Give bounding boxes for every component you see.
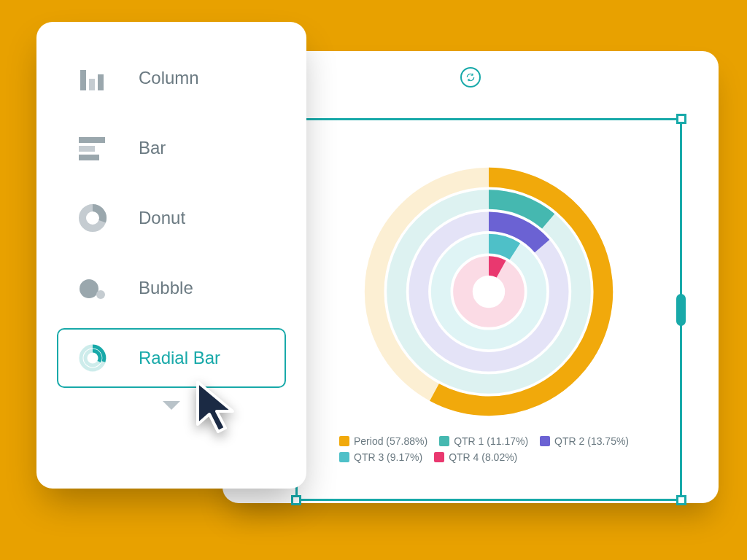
svg-rect-6 bbox=[80, 70, 86, 90]
chart-type-option-bar[interactable]: Bar bbox=[57, 118, 286, 178]
svg-point-5 bbox=[482, 284, 496, 298]
donut-chart-icon bbox=[76, 201, 109, 235]
legend-item[interactable]: QTR 1 (11.17%) bbox=[439, 435, 528, 447]
chart-type-label: Column bbox=[139, 68, 199, 88]
column-chart-icon bbox=[76, 61, 109, 95]
legend-label: QTR 1 (11.17%) bbox=[454, 435, 528, 447]
chart-type-label: Bubble bbox=[139, 278, 193, 298]
chart-type-label: Donut bbox=[139, 208, 185, 228]
legend-item[interactable]: QTR 4 (8.02%) bbox=[434, 451, 517, 463]
chart-selection-box[interactable]: Period (57.88%)QTR 1 (11.17%)QTR 2 (13.7… bbox=[295, 118, 682, 501]
legend-label: QTR 4 (8.02%) bbox=[449, 451, 517, 463]
legend-item[interactable]: QTR 2 (13.75%) bbox=[540, 435, 629, 447]
bar-chart-icon bbox=[76, 131, 109, 165]
svg-point-13 bbox=[80, 279, 98, 298]
legend-label: QTR 2 (13.75%) bbox=[554, 435, 629, 447]
chart-legend: Period (57.88%)QTR 1 (11.17%)QTR 2 (13.7… bbox=[339, 435, 638, 463]
svg-point-14 bbox=[96, 290, 105, 299]
legend-swatch bbox=[439, 436, 449, 446]
legend-swatch bbox=[339, 452, 349, 462]
refresh-chart-button[interactable] bbox=[460, 67, 481, 88]
svg-rect-9 bbox=[79, 137, 105, 143]
legend-swatch bbox=[540, 436, 550, 446]
svg-rect-11 bbox=[79, 155, 99, 160]
chart-type-option-bubble[interactable]: Bubble bbox=[57, 258, 286, 318]
show-more-caret-icon[interactable] bbox=[163, 401, 180, 410]
svg-rect-7 bbox=[89, 79, 95, 90]
legend-swatch bbox=[434, 452, 444, 462]
radial-bar-chart-icon bbox=[76, 341, 109, 375]
legend-item[interactable]: Period (57.88%) bbox=[339, 435, 427, 447]
refresh-icon bbox=[465, 72, 476, 82]
chart-type-picker: Column Bar Donut Bubble bbox=[36, 22, 306, 489]
chart-type-label: Radial Bar bbox=[139, 348, 220, 368]
legend-item[interactable]: QTR 3 (9.17%) bbox=[339, 451, 422, 463]
svg-rect-10 bbox=[79, 146, 95, 152]
chart-type-option-radial-bar[interactable]: Radial Bar bbox=[57, 328, 286, 388]
legend-label: Period (57.88%) bbox=[354, 435, 427, 447]
chart-type-option-column[interactable]: Column bbox=[57, 48, 286, 108]
radial-bar-chart bbox=[354, 157, 624, 427]
svg-rect-8 bbox=[98, 74, 104, 90]
chart-type-option-donut[interactable]: Donut bbox=[57, 188, 286, 248]
legend-label: QTR 3 (9.17%) bbox=[354, 451, 422, 463]
legend-swatch bbox=[339, 436, 349, 446]
chart-type-label: Bar bbox=[139, 138, 166, 158]
bubble-chart-icon bbox=[76, 271, 109, 305]
chart-area: Period (57.88%)QTR 1 (11.17%)QTR 2 (13.7… bbox=[298, 120, 680, 499]
